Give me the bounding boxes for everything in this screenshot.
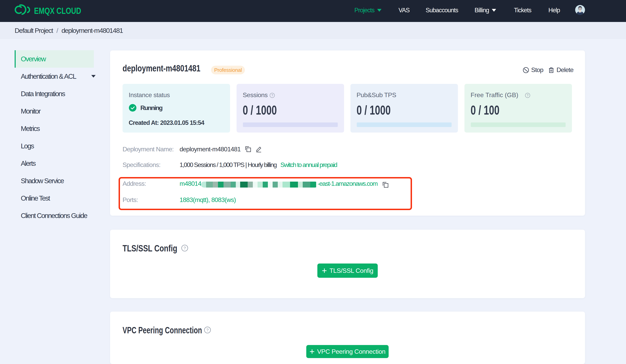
svg-text:?: ? [184,246,186,250]
svg-text:?: ? [527,94,529,97]
svg-text:?: ? [272,94,273,97]
svg-text:?: ? [206,328,208,332]
